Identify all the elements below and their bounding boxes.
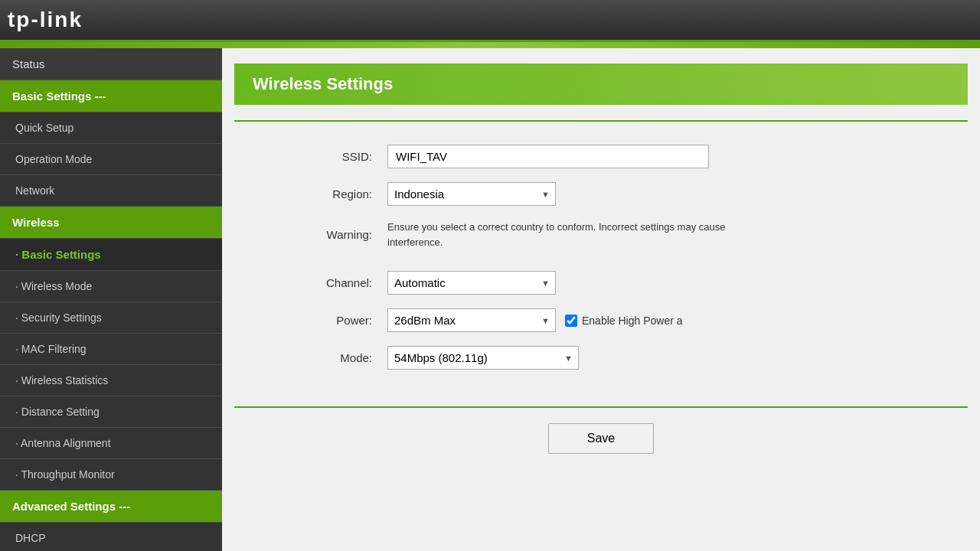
sidebar-item-distance-setting[interactable]: · Distance Setting (0, 396, 222, 428)
sidebar-item-mac-filtering[interactable]: · MAC Filtering (0, 334, 222, 365)
content-area: Wireless Settings SSID: Region: Indonesi… (222, 48, 980, 551)
power-select-wrapper: 26dBm Max 20dBm 17dBm 14dBm 11dBm (387, 308, 556, 332)
sidebar-item-security-settings[interactable]: · Security Settings (0, 302, 222, 334)
save-button[interactable]: Save (548, 423, 654, 454)
region-select[interactable]: Indonesia United States China Australia … (387, 182, 556, 206)
enable-high-power-label[interactable]: Enable High Power a (565, 315, 683, 327)
mode-control: 54Mbps (802.11g) 300Mbps (802.11n) 11Mbp… (387, 346, 968, 370)
enable-high-power-checkbox[interactable] (565, 315, 577, 327)
sidebar-item-wireless-statistics[interactable]: · Wireless Statistics (0, 365, 222, 396)
divider-top (234, 120, 968, 122)
power-row: Power: 26dBm Max 20dBm 17dBm 14dBm 11dBm (234, 308, 968, 332)
channel-select-wrapper: Automatic 123 456 789 1011 (387, 271, 556, 295)
main-layout: Status Basic Settings --- Quick Setup Op… (0, 48, 980, 551)
sidebar-item-basic-settings[interactable]: · Basic Settings (0, 239, 222, 271)
channel-label: Channel: (234, 276, 387, 289)
header-bar: tp-link (0, 0, 980, 42)
warning-label: Warning: (234, 228, 387, 241)
sidebar-item-advanced-settings-header[interactable]: Advanced Settings --- (0, 491, 222, 523)
channel-select[interactable]: Automatic 123 456 789 1011 (387, 271, 556, 295)
ssid-row: SSID: (234, 145, 968, 168)
page-title: Wireless Settings (253, 74, 949, 94)
sidebar-item-network[interactable]: Network (0, 175, 222, 207)
power-select[interactable]: 26dBm Max 20dBm 17dBm 14dBm 11dBm (387, 308, 556, 332)
header-logo: tp-link (8, 8, 83, 32)
sidebar-item-operation-mode[interactable]: Operation Mode (0, 144, 222, 175)
mode-row: Mode: 54Mbps (802.11g) 300Mbps (802.11n)… (234, 346, 968, 370)
page-title-bar: Wireless Settings (234, 64, 968, 105)
region-label: Region: (234, 187, 387, 201)
sidebar: Status Basic Settings --- Quick Setup Op… (0, 48, 222, 551)
channel-control: Automatic 123 456 789 1011 (387, 271, 968, 295)
sidebar-item-status[interactable]: Status (0, 48, 222, 80)
enable-high-power-text: Enable High Power a (582, 315, 683, 327)
mode-select[interactable]: 54Mbps (802.11g) 300Mbps (802.11n) 11Mbp… (387, 346, 579, 370)
warning-text: Ensure you select a correct country to c… (387, 220, 770, 249)
accent-strip (0, 42, 980, 48)
save-row: Save (234, 406, 968, 469)
region-control: Indonesia United States China Australia … (387, 182, 968, 206)
ssid-label: SSID: (234, 150, 387, 163)
sidebar-item-antenna-alignment[interactable]: · Antenna Alignment (0, 428, 222, 459)
ssid-control (387, 145, 968, 168)
sidebar-item-wireless[interactable]: Wireless (0, 207, 222, 239)
channel-row: Channel: Automatic 123 456 789 1011 (234, 271, 968, 295)
sidebar-item-throughput-monitor[interactable]: · Throughput Monitor (0, 459, 222, 491)
mode-label: Mode: (234, 351, 387, 364)
ssid-input[interactable] (387, 145, 709, 168)
mode-select-wrapper: 54Mbps (802.11g) 300Mbps (802.11n) 11Mbp… (387, 346, 579, 370)
sidebar-item-basic-settings-header[interactable]: Basic Settings --- (0, 80, 222, 112)
form-area: SSID: Region: Indonesia United States Ch… (222, 137, 980, 399)
sidebar-item-wireless-mode[interactable]: · Wireless Mode (0, 271, 222, 302)
sidebar-item-quick-setup[interactable]: Quick Setup (0, 112, 222, 144)
power-control: 26dBm Max 20dBm 17dBm 14dBm 11dBm Enable… (387, 308, 968, 332)
warning-control: Ensure you select a correct country to c… (387, 220, 968, 249)
power-label: Power: (234, 314, 387, 327)
region-select-wrapper: Indonesia United States China Australia … (387, 182, 556, 206)
warning-row: Warning: Ensure you select a correct cou… (234, 220, 968, 249)
sidebar-item-dhcp[interactable]: DHCP (0, 523, 222, 551)
region-row: Region: Indonesia United States China Au… (234, 182, 968, 206)
